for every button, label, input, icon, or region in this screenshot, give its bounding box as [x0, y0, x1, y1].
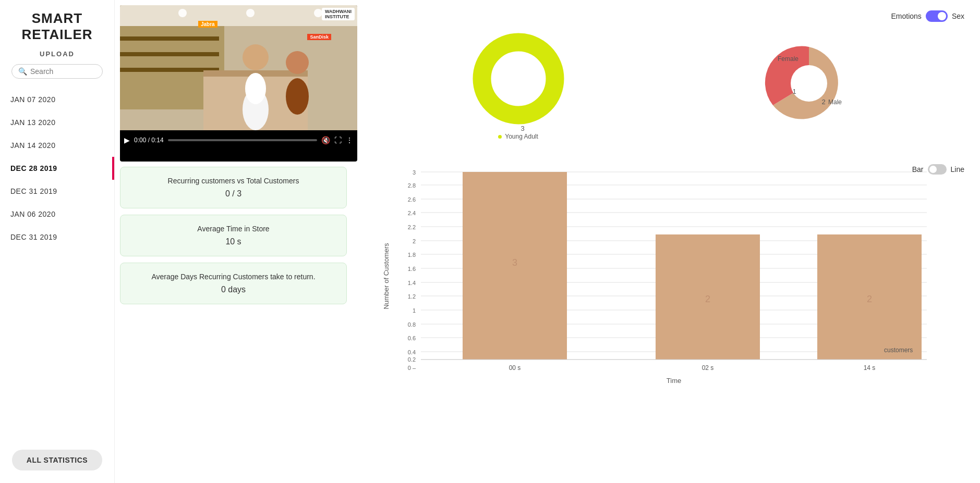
age-label-text: Young Adult — [505, 133, 538, 140]
recurring-customers-title: Recurring customers vs Total Customers — [131, 177, 336, 185]
sex-label: Sex — [952, 12, 964, 20]
svg-rect-7 — [120, 52, 219, 56]
bar-chart-column: Bar Line Number of Customers — [352, 162, 980, 483]
recurring-customers-card: Recurring customers vs Total Customers 0… — [120, 167, 347, 208]
upload-label: UPLOAD — [40, 50, 75, 58]
video-controls: ▶ 0:00 / 0:14 🔇 ⛶ ⋮ — [120, 130, 357, 150]
svg-text:1: 1 — [413, 307, 416, 314]
video-icons: 🔇 ⛶ ⋮ — [321, 136, 353, 144]
date-item-1[interactable]: JAN 13 2020 — [0, 111, 114, 134]
avg-time-title: Average Time in Store — [131, 225, 336, 233]
sandisk-sign: SanDisk — [307, 34, 331, 40]
avg-days-value: 0 days — [131, 285, 336, 294]
x-label-1: 02 s — [702, 364, 714, 371]
toggle-area: Emotions Sex — [891, 10, 964, 22]
bar-label: Bar — [912, 165, 924, 174]
date-list: JAN 07 2020 JAN 13 2020 JAN 14 2020 DEC … — [0, 88, 114, 249]
sex-donut-svg: Female Male 1 2 — [746, 23, 872, 143]
svg-text:1: 1 — [792, 88, 796, 95]
avg-time-card: Average Time in Store 10 s — [120, 215, 347, 256]
date-item-3[interactable]: DEC 28 2019 — [0, 157, 114, 180]
x-label-2: 14 s — [864, 364, 876, 371]
svg-text:0 –: 0 – — [408, 365, 416, 371]
svg-text:2: 2 — [413, 238, 416, 244]
svg-text:2: 2 — [821, 98, 825, 106]
date-item-6[interactable]: DEC 31 2019 — [0, 226, 114, 249]
all-statistics-button[interactable]: ALL STATISTICS — [12, 450, 102, 470]
date-item-2[interactable]: JAN 14 2020 — [0, 134, 114, 157]
svg-point-13 — [245, 73, 266, 104]
play-button[interactable]: ▶ — [124, 136, 130, 144]
age-donut-chart: Young Adult ● 3 Young Adult — [466, 27, 571, 140]
date-item-0[interactable]: JAN 07 2020 — [0, 88, 114, 111]
bar-line-toggle-area: Bar Line — [912, 164, 964, 175]
svg-point-12 — [243, 44, 269, 70]
svg-text:1.8: 1.8 — [408, 252, 416, 258]
emotions-sex-toggle[interactable] — [926, 10, 948, 22]
sidebar: SMARTRETAILER UPLOAD 🔍 JAN 07 2020 JAN 1… — [0, 0, 115, 483]
sex-donut-chart: Female Male 1 2 — [746, 23, 872, 143]
main-content: WADHWANIINSTITUTE Jabra SanDisk ▶ 0:00 /… — [115, 0, 980, 483]
volume-icon[interactable]: 🔇 — [321, 136, 330, 144]
x-axis-label: Time — [667, 377, 681, 385]
search-icon: 🔍 — [18, 67, 27, 76]
svg-point-18 — [500, 60, 537, 97]
line-label: Line — [951, 165, 964, 174]
video-frame: WADHWANIINSTITUTE Jabra SanDisk — [120, 5, 357, 130]
svg-text:1.2: 1.2 — [408, 293, 416, 300]
recurring-customers-value: 0 / 3 — [131, 189, 336, 199]
cards-column: Recurring customers vs Total Customers 0… — [115, 162, 352, 483]
svg-text:2.2: 2.2 — [408, 224, 416, 230]
date-item-5[interactable]: JAN 06 2020 — [0, 203, 114, 226]
age-donut-svg: Young Adult ● 3 — [466, 27, 571, 131]
svg-point-3 — [246, 9, 255, 17]
avg-time-value: 10 s — [131, 237, 336, 246]
age-dot — [498, 135, 502, 139]
bar-chart-wrap: Number of Customers — [352, 162, 980, 386]
charts-area: Emotions Sex Young Adult ● 3 Young Adult — [362, 5, 975, 162]
brand-title: SMARTRETAILER — [21, 10, 92, 43]
logo-overlay: WADHWANIINSTITUTE — [322, 8, 355, 20]
svg-point-15 — [286, 78, 309, 115]
svg-text:2.4: 2.4 — [408, 210, 416, 216]
x-label-0: 00 s — [509, 364, 521, 371]
bar-3-label: 2 — [867, 294, 872, 304]
svg-text:3: 3 — [413, 169, 416, 176]
video-player: WADHWANIINSTITUTE Jabra SanDisk ▶ 0:00 /… — [120, 5, 357, 162]
video-time: 0:00 / 0:14 — [134, 137, 164, 144]
svg-text:1.4: 1.4 — [408, 280, 416, 286]
progress-bar[interactable] — [168, 139, 317, 141]
avg-days-title: Average Days Recurring Customers take to… — [131, 273, 336, 281]
svg-text:0.4: 0.4 — [408, 349, 416, 355]
svg-point-14 — [286, 51, 309, 74]
legend-color — [875, 346, 882, 354]
svg-text:0.6: 0.6 — [408, 335, 416, 341]
emotions-label: Emotions — [891, 12, 922, 20]
avg-days-card: Average Days Recurring Customers take to… — [120, 263, 347, 304]
y-axis-label: Number of Customers — [382, 243, 390, 309]
svg-text:Male: Male — [828, 98, 841, 106]
svg-text:2.6: 2.6 — [408, 196, 416, 203]
svg-point-4 — [314, 9, 322, 17]
fullscreen-icon[interactable]: ⛶ — [334, 136, 342, 144]
jabra-sign: Jabra — [198, 21, 217, 28]
svg-text:2.8: 2.8 — [408, 182, 416, 189]
bar-line-toggle[interactable] — [928, 164, 947, 175]
bar-1-label: 3 — [512, 257, 517, 268]
middle-section: Recurring customers vs Total Customers 0… — [115, 162, 980, 483]
svg-text:1.6: 1.6 — [408, 266, 416, 272]
svg-point-22 — [791, 65, 827, 102]
bar-2-label: 2 — [705, 294, 710, 304]
store-scene-svg — [120, 5, 357, 130]
date-item-4[interactable]: DEC 31 2019 — [0, 180, 114, 203]
more-icon[interactable]: ⋮ — [346, 136, 353, 144]
top-row: WADHWANIINSTITUTE Jabra SanDisk ▶ 0:00 /… — [115, 0, 980, 162]
svg-rect-6 — [120, 36, 219, 41]
info-cards: Recurring customers vs Total Customers 0… — [115, 162, 352, 309]
svg-text:3: 3 — [521, 125, 524, 131]
svg-text:0.8: 0.8 — [408, 321, 416, 328]
bar-chart-svg: Number of Customers — [352, 162, 980, 386]
svg-text:0.2: 0.2 — [408, 356, 416, 363]
search-input[interactable] — [30, 67, 98, 76]
search-box: 🔍 — [11, 64, 103, 79]
